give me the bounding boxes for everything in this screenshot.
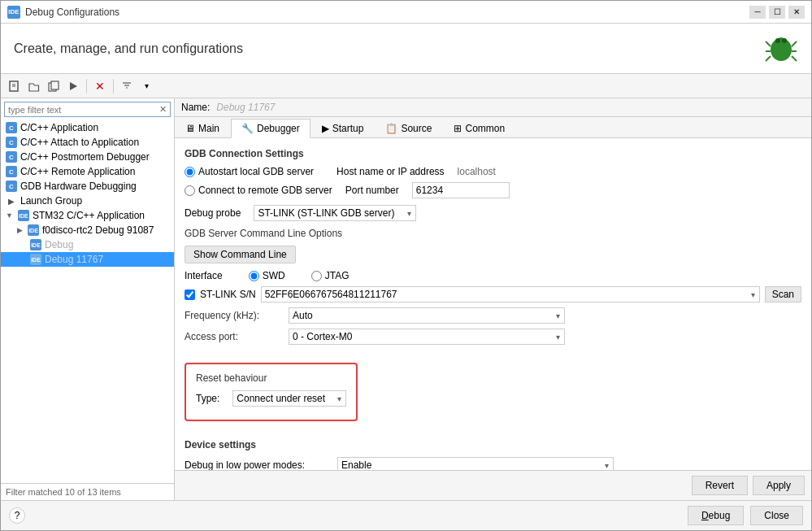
jtag-option[interactable]: JTAG bbox=[311, 270, 350, 281]
new-icon bbox=[9, 81, 20, 92]
debug-low-power-label: Debug in low power modes: bbox=[185, 459, 331, 470]
minimize-button[interactable]: ─ bbox=[749, 6, 766, 19]
stlink-sn-select[interactable]: 52FF6E066767564811211767 bbox=[261, 286, 760, 302]
run-icon bbox=[67, 81, 79, 92]
frequency-label: Frequency (kHz): bbox=[185, 310, 282, 321]
run-button[interactable] bbox=[64, 77, 82, 95]
header-title: Create, manage, and run configurations bbox=[14, 41, 243, 56]
svg-point-8 bbox=[775, 38, 780, 43]
tree-item-cpp-remote[interactable]: C C/C++ Remote Application bbox=[1, 164, 174, 179]
duplicate-button[interactable] bbox=[45, 77, 63, 95]
title-bar-title: Debug Configurations bbox=[25, 7, 749, 18]
filter-status: Filter matched 10 of 13 items bbox=[6, 487, 121, 497]
revert-button[interactable]: Revert bbox=[692, 476, 748, 495]
new-configuration-button[interactable] bbox=[6, 77, 24, 95]
delete-button[interactable]: ✕ bbox=[91, 77, 109, 95]
tree-item-debug-plain[interactable]: IDE Debug bbox=[1, 237, 174, 252]
name-bar: Name: Debug 11767 bbox=[175, 98, 811, 117]
jtag-radio[interactable] bbox=[311, 271, 322, 281]
maximize-button[interactable]: ☐ bbox=[769, 6, 785, 19]
frequency-row: Frequency (kHz): Auto bbox=[185, 307, 801, 324]
reset-type-row: Type: Connect under reset bbox=[196, 390, 346, 407]
svg-line-7 bbox=[792, 56, 797, 61]
stlink-sn-label: ST-LINK S/N bbox=[200, 289, 256, 300]
debug-button[interactable]: Debug bbox=[688, 506, 744, 525]
open-icon bbox=[28, 81, 40, 92]
filter-input-container: ✕ bbox=[4, 102, 171, 117]
tree-item-debug-11767[interactable]: IDE Debug 11767 bbox=[1, 252, 174, 267]
stlink-sn-checkbox[interactable] bbox=[185, 289, 195, 300]
svg-point-9 bbox=[782, 38, 787, 43]
stlink-sn-select-wrapper: 52FF6E066767564811211767 bbox=[261, 286, 760, 302]
debug-low-power-select[interactable]: Enable bbox=[337, 457, 614, 470]
debug-probe-row: Debug probe ST-LINK (ST-LINK GDB server) bbox=[185, 205, 801, 221]
access-port-row: Access port: 0 - Cortex-M0 bbox=[185, 329, 801, 345]
tree-item-gdb-hardware[interactable]: C GDB Hardware Debugging bbox=[1, 179, 174, 194]
swd-option[interactable]: SWD bbox=[249, 270, 285, 281]
reset-type-select[interactable]: Connect under reset bbox=[232, 390, 346, 407]
hostname-value: localhost bbox=[458, 166, 496, 177]
tab-common[interactable]: ⊞ Common bbox=[443, 119, 515, 137]
source-tab-label: Source bbox=[401, 123, 432, 134]
port-number-input[interactable] bbox=[412, 182, 510, 198]
footer: ? Debug Close bbox=[1, 500, 811, 530]
tab-main[interactable]: 🖥 Main bbox=[175, 119, 230, 137]
reset-type-label: Type: bbox=[196, 393, 219, 404]
scan-button[interactable]: Scan bbox=[765, 286, 801, 302]
frequency-select[interactable]: Auto bbox=[289, 307, 565, 324]
interface-label: Interface bbox=[185, 270, 223, 281]
header: Create, manage, and run configurations bbox=[1, 24, 811, 74]
tree-item-stm32[interactable]: ▼ IDE STM32 C/C++ Application bbox=[1, 208, 174, 223]
hostname-label: Host name or IP address bbox=[337, 166, 445, 177]
filter-dropdown-button[interactable]: ▾ bbox=[137, 77, 155, 95]
filter-input[interactable] bbox=[8, 105, 159, 115]
access-port-select[interactable]: 0 - Cortex-M0 bbox=[289, 329, 565, 345]
toolbar: ✕ ▾ bbox=[1, 74, 811, 98]
gdb-hardware-label: GDB Hardware Debugging bbox=[20, 181, 137, 192]
tree-item-launch-group[interactable]: ▶ Launch Group bbox=[1, 194, 174, 208]
svg-rect-14 bbox=[51, 81, 59, 89]
autostart-radio[interactable] bbox=[185, 167, 195, 177]
stlink-sn-row: ST-LINK S/N 52FF6E066767564811211767 Sca… bbox=[185, 286, 801, 302]
filter-icon bbox=[121, 81, 132, 92]
tab-debugger[interactable]: 🔧 Debugger bbox=[231, 119, 310, 138]
filter-button[interactable] bbox=[118, 77, 136, 95]
reset-type-select-wrapper: Connect under reset bbox=[232, 390, 346, 407]
tree-view: C C/C++ Application C C/C++ Attach to Ap… bbox=[1, 120, 174, 483]
debug-probe-select[interactable]: ST-LINK (ST-LINK GDB server) bbox=[254, 205, 416, 221]
close-window-button[interactable]: ✕ bbox=[788, 6, 805, 19]
tree-item-cpp-app[interactable]: C C/C++ Application bbox=[1, 120, 174, 135]
gdb-server-opts-section: GDB Server Command Line Options Show Com… bbox=[185, 228, 801, 263]
frequency-select-wrapper: Auto bbox=[289, 307, 565, 324]
autostart-radio-option[interactable]: Autostart local GDB server bbox=[185, 166, 314, 177]
svg-marker-15 bbox=[70, 82, 77, 90]
tabs: 🖥 Main 🔧 Debugger ▶ Startup 📋 Source ⊞ bbox=[175, 117, 811, 138]
show-command-line-button[interactable]: Show Command Line bbox=[185, 246, 296, 263]
tree-item-cpp-attach[interactable]: C C/C++ Attach to Application bbox=[1, 135, 174, 150]
svg-line-4 bbox=[766, 56, 771, 61]
reset-behaviour-title: Reset behaviour bbox=[196, 372, 346, 384]
right-panel: Name: Debug 11767 🖥 Main 🔧 Debugger ▶ St… bbox=[175, 98, 811, 500]
filter-clear-icon[interactable]: ✕ bbox=[159, 104, 167, 115]
launch-group-label: Launch Group bbox=[20, 195, 82, 207]
swd-radio[interactable] bbox=[249, 271, 259, 281]
bug-icon-container bbox=[764, 30, 798, 67]
tree-item-f0disco[interactable]: ▶ IDE f0disco-rtc2 Debug 91087 bbox=[1, 223, 174, 237]
autostart-row: Autostart local GDB server Host name or … bbox=[185, 166, 801, 177]
debugger-tab-icon: 🔧 bbox=[241, 123, 254, 134]
portnumber-label: Port number bbox=[345, 185, 399, 196]
duplicate-icon bbox=[48, 81, 59, 92]
close-dialog-button[interactable]: Close bbox=[750, 506, 803, 525]
help-button[interactable]: ? bbox=[9, 507, 25, 524]
tab-startup[interactable]: ▶ Startup bbox=[311, 119, 375, 137]
device-settings-section: Device settings Debug in low power modes… bbox=[185, 439, 801, 470]
name-label: Name: bbox=[181, 102, 210, 113]
apply-button[interactable]: Apply bbox=[753, 476, 805, 495]
tab-source[interactable]: 📋 Source bbox=[375, 119, 442, 137]
remote-radio-option[interactable]: Connect to remote GDB server bbox=[185, 185, 332, 196]
tree-item-cpp-postmortem[interactable]: C C/C++ Postmortem Debugger bbox=[1, 150, 174, 164]
remote-radio[interactable] bbox=[185, 185, 195, 196]
toolbar-separator-2 bbox=[113, 79, 114, 94]
open-file-button[interactable] bbox=[25, 77, 43, 95]
cpp-app-icon: C bbox=[6, 122, 17, 133]
